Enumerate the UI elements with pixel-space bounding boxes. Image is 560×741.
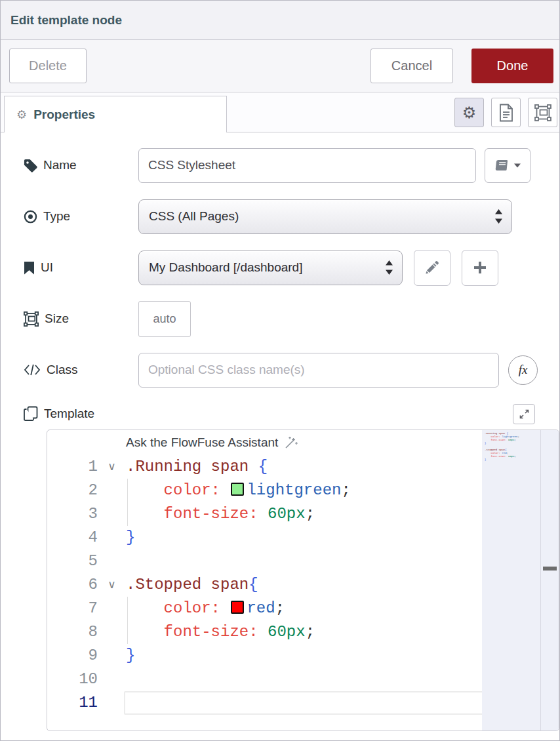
fold-gutter [98, 479, 126, 502]
type-row: Type CSS (All Pages) [24, 199, 559, 234]
gear-icon: ⚙ [462, 105, 477, 121]
ui-select[interactable]: My Dashboard [/dashboard] [138, 250, 403, 285]
delete-button[interactable]: Delete [9, 49, 87, 83]
editor-minimap[interactable]: .Running span { color: lightgreen; font-… [482, 430, 541, 731]
fold-gutter [98, 597, 126, 620]
color-swatch [231, 601, 244, 614]
template-code-editor[interactable]: Ask the FlowFuse Assistant 1∨.Running sp… [47, 430, 559, 731]
copy-icon [24, 406, 38, 422]
document-icon [498, 104, 514, 122]
ui-row: UI My Dashboard [/dashboard] [24, 250, 559, 285]
tag-icon [24, 159, 37, 172]
fold-chevron-icon[interactable]: ∨ [98, 573, 126, 597]
done-button[interactable]: Done [471, 49, 553, 83]
editor-scrollbar[interactable] [540, 430, 559, 731]
updown-arrows-icon [494, 209, 503, 224]
type-select[interactable]: CSS (All Pages) [138, 199, 512, 234]
line-number: 7 [47, 597, 98, 620]
line-number: 10 [47, 668, 98, 691]
editor-mode-buttons: ⚙ [454, 98, 557, 127]
code-text: } [126, 644, 135, 668]
code-text: color: red; [126, 597, 285, 620]
fold-gutter [98, 691, 126, 715]
fold-gutter [98, 526, 126, 550]
fold-gutter [98, 668, 126, 691]
line-number: 3 [47, 502, 98, 526]
dialog-header: Edit template node [1, 1, 559, 40]
caret-down-icon [513, 163, 521, 168]
code-icon [24, 364, 41, 376]
fx-button[interactable]: fx [508, 355, 538, 385]
properties-form: Name CSS Stylesheet Type [1, 132, 559, 731]
line-number: 1 [47, 455, 98, 479]
assistant-hint[interactable]: Ask the FlowFuse Assistant [126, 435, 298, 450]
gear-icon: ⚙ [16, 109, 27, 121]
type-label: Type [24, 209, 138, 224]
line-number: 2 [47, 479, 98, 502]
class-input[interactable] [138, 353, 499, 388]
code-text: font-size: 60px; [126, 502, 315, 526]
size-button[interactable]: auto [138, 301, 191, 337]
plus-icon [473, 260, 487, 275]
tab-properties-label: Properties [33, 108, 95, 122]
ui-label: UI [24, 260, 138, 275]
pencil-icon [425, 260, 439, 275]
expand-editor-button[interactable] [513, 404, 535, 424]
line-number: 6 [47, 573, 98, 597]
library-button[interactable] [485, 148, 530, 183]
name-label: Name [24, 158, 138, 172]
tab-bar: ⚙ Properties ⚙ [1, 92, 559, 132]
name-row: Name CSS Stylesheet [24, 148, 559, 183]
template-label: Template [24, 406, 138, 422]
line-number: 5 [47, 550, 98, 573]
bookmark-icon [24, 261, 35, 275]
fold-gutter [98, 620, 126, 644]
appearance-view-button[interactable] [528, 98, 557, 127]
current-line-highlight [124, 691, 483, 715]
size-label: Size [24, 311, 138, 327]
line-number: 8 [47, 620, 98, 644]
code-text: font-size: 60px; [126, 620, 315, 644]
code-text: .Stopped span{ [126, 573, 258, 597]
properties-view-button[interactable]: ⚙ [454, 98, 484, 127]
minimap-code: .Running span { color: lightgreen; font-… [482, 430, 541, 468]
fold-chevron-icon[interactable]: ∨ [98, 455, 126, 479]
fold-gutter [98, 502, 126, 526]
size-row: Size auto [24, 301, 559, 336]
code-text: } [126, 526, 135, 550]
dialog-title: Edit template node [10, 13, 122, 28]
scrollbar-cursor-marker [543, 567, 557, 571]
edit-template-dialog: Edit template node Delete Cancel Done ⚙ … [0, 0, 560, 741]
line-number: 4 [47, 526, 98, 550]
template-row: Template [24, 403, 559, 424]
dot-circle-icon [24, 210, 37, 224]
name-input[interactable]: CSS Stylesheet [138, 148, 476, 183]
wand-icon [284, 435, 298, 450]
object-group-icon [24, 311, 39, 327]
description-view-button[interactable] [491, 98, 521, 127]
line-number: 9 [47, 644, 98, 668]
assistant-hint-text: Ask the FlowFuse Assistant [126, 435, 278, 450]
line-number: 11 [47, 691, 98, 715]
fold-gutter [98, 644, 126, 668]
edit-ui-button[interactable] [414, 250, 450, 286]
book-icon [494, 158, 509, 172]
class-row: Class fx [24, 352, 559, 388]
tab-properties[interactable]: ⚙ Properties [4, 96, 227, 132]
color-swatch [231, 483, 244, 496]
updown-arrows-icon [385, 260, 393, 275]
cancel-button[interactable]: Cancel [370, 49, 453, 83]
class-label: Class [24, 363, 138, 377]
dialog-toolbar: Delete Cancel Done [1, 40, 559, 92]
fold-gutter [98, 550, 126, 573]
code-text: color: lightgreen; [126, 479, 351, 502]
add-ui-button[interactable] [462, 250, 498, 286]
code-text: .Running span { [126, 455, 268, 479]
expand-icon [519, 409, 529, 419]
object-group-icon [534, 104, 551, 121]
